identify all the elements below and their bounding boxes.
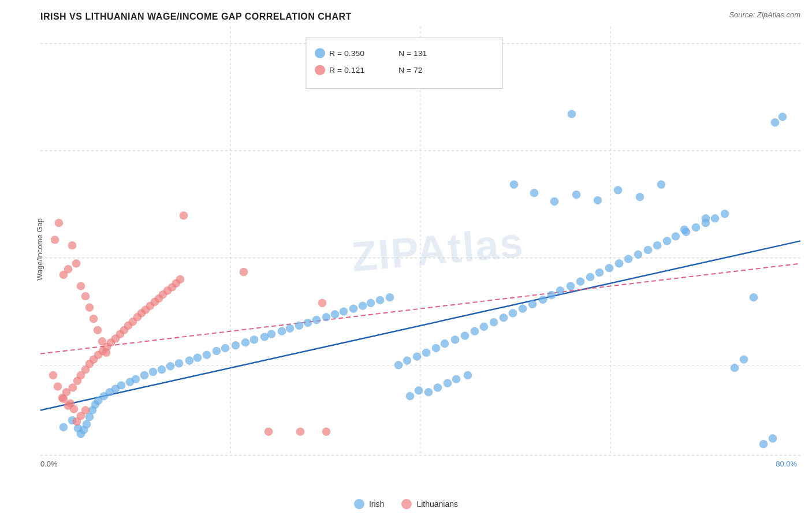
svg-point-123 <box>434 384 442 392</box>
svg-point-110 <box>510 181 518 189</box>
svg-point-23 <box>59 423 68 431</box>
svg-point-36 <box>117 382 125 390</box>
svg-point-58 <box>312 316 321 324</box>
svg-text:N = 131: N = 131 <box>398 48 427 58</box>
chart-container: IRISH VS LITHUANIAN WAGE/INCOME GAP CORR… <box>0 0 812 515</box>
svg-point-167 <box>90 315 98 323</box>
svg-point-77 <box>490 318 498 326</box>
y-axis-label: Wage/Income Gap <box>35 218 44 281</box>
irish-legend-circle <box>354 499 364 509</box>
svg-point-93 <box>644 246 652 254</box>
svg-point-181 <box>322 428 330 436</box>
svg-point-103 <box>740 356 748 364</box>
svg-rect-17 <box>315 48 325 58</box>
svg-point-61 <box>340 308 348 316</box>
svg-point-45 <box>193 354 202 362</box>
svg-point-67 <box>394 361 403 369</box>
svg-point-159 <box>55 219 63 227</box>
svg-text:N =  72: N = 72 <box>398 65 423 74</box>
svg-point-118 <box>680 226 688 234</box>
svg-point-39 <box>140 371 148 379</box>
svg-point-116 <box>636 193 644 201</box>
svg-point-179 <box>265 428 273 436</box>
svg-point-121 <box>415 386 423 394</box>
svg-point-162 <box>68 241 76 249</box>
svg-point-94 <box>653 241 661 249</box>
svg-point-105 <box>759 440 768 448</box>
svg-point-49 <box>232 341 240 349</box>
svg-point-82 <box>539 296 547 304</box>
svg-point-56 <box>295 322 303 330</box>
svg-point-120 <box>406 392 414 400</box>
svg-point-55 <box>286 324 294 333</box>
svg-point-42 <box>166 362 174 370</box>
svg-point-91 <box>624 255 632 263</box>
svg-point-164 <box>77 282 85 290</box>
svg-point-158 <box>51 236 59 244</box>
svg-point-177 <box>180 212 188 220</box>
svg-text:80.0%: 80.0% <box>776 460 797 468</box>
svg-point-122 <box>424 388 433 396</box>
lithuanians-legend-label: Lithuanians <box>416 499 458 509</box>
svg-point-47 <box>213 347 221 355</box>
svg-point-68 <box>403 357 411 365</box>
svg-point-44 <box>185 357 193 365</box>
svg-point-111 <box>530 189 538 197</box>
svg-point-126 <box>464 371 472 379</box>
svg-point-87 <box>586 273 594 281</box>
svg-text:R = 0.350: R = 0.350 <box>329 48 364 58</box>
svg-point-66 <box>386 293 394 301</box>
svg-point-46 <box>203 351 211 359</box>
svg-point-48 <box>221 344 229 352</box>
svg-point-182 <box>318 299 326 307</box>
svg-point-102 <box>731 364 739 372</box>
svg-point-81 <box>528 300 537 308</box>
svg-point-53 <box>267 330 275 338</box>
svg-point-38 <box>132 375 140 383</box>
svg-point-119 <box>702 214 710 222</box>
svg-point-92 <box>634 251 642 259</box>
svg-point-50 <box>241 338 249 346</box>
svg-point-108 <box>568 110 576 118</box>
svg-point-106 <box>769 435 777 443</box>
svg-point-173 <box>69 384 77 392</box>
svg-point-78 <box>500 314 508 322</box>
svg-point-171 <box>59 395 68 403</box>
chart-title: IRISH VS LITHUANIAN WAGE/INCOME GAP CORR… <box>40 12 800 22</box>
irish-legend-label: Irish <box>369 499 384 509</box>
svg-point-41 <box>158 365 166 374</box>
svg-point-60 <box>331 311 339 319</box>
svg-point-90 <box>615 260 623 268</box>
svg-point-112 <box>550 197 558 206</box>
svg-point-124 <box>444 379 452 387</box>
svg-point-107 <box>779 113 787 121</box>
svg-point-70 <box>422 349 430 357</box>
svg-point-104 <box>750 293 758 301</box>
svg-point-95 <box>663 237 671 245</box>
svg-point-157 <box>176 275 184 283</box>
svg-point-65 <box>376 296 384 304</box>
svg-point-178 <box>240 268 248 276</box>
svg-point-72 <box>441 339 449 348</box>
svg-point-76 <box>480 323 488 331</box>
svg-point-166 <box>85 304 94 312</box>
svg-point-114 <box>594 196 602 204</box>
svg-point-172 <box>64 402 72 410</box>
svg-point-75 <box>471 327 479 335</box>
svg-point-98 <box>692 223 700 232</box>
svg-point-100 <box>711 214 719 222</box>
svg-point-101 <box>721 210 729 218</box>
lithuanians-legend-circle <box>401 499 412 509</box>
svg-point-59 <box>322 313 330 321</box>
svg-point-71 <box>432 344 440 352</box>
svg-point-74 <box>461 332 469 340</box>
svg-point-79 <box>509 309 517 318</box>
svg-point-57 <box>304 319 312 327</box>
svg-point-43 <box>175 360 183 368</box>
chart-area: Wage/Income Gap ZIPAtlas 100.0% 75.0% 50… <box>40 27 800 472</box>
svg-point-165 <box>81 292 90 300</box>
svg-point-89 <box>605 264 613 272</box>
svg-point-115 <box>614 186 622 195</box>
svg-point-96 <box>672 233 680 241</box>
svg-point-84 <box>556 286 564 294</box>
